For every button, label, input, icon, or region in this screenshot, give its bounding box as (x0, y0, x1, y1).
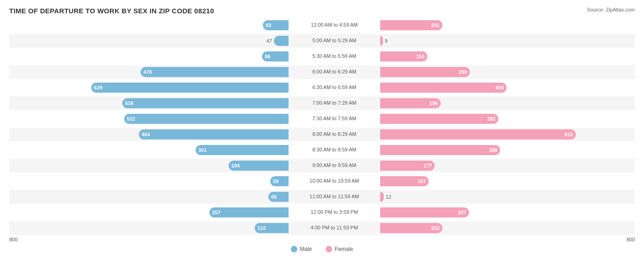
right-section: 382 (380, 112, 635, 126)
male-value: 65 (271, 194, 279, 200)
right-section: 287 (380, 206, 635, 219)
female-bar: 157 (380, 176, 429, 186)
left-section: 194 (9, 159, 289, 173)
left-section: 59 (9, 174, 289, 188)
table-row: 4786:00 AM to 6:29 AM290 (9, 65, 635, 79)
legend-female: Female (326, 246, 353, 252)
time-label: 6:00 AM to 6:29 AM (289, 69, 380, 75)
right-section: 9 (380, 34, 635, 48)
male-bar: 83 (263, 20, 289, 30)
bars-area: 8312:00 AM to 4:59 AM201475:00 AM to 5:2… (9, 18, 635, 242)
female-bar: 153 (380, 51, 427, 61)
time-label: 6:30 AM to 6:59 AM (289, 84, 380, 90)
left-section: 257 (9, 206, 289, 219)
right-section: 12 (380, 190, 635, 204)
female-value: 9 (385, 38, 387, 44)
table-row: 5910:00 AM to 10:59 AM157 (9, 174, 635, 188)
male-bar: 639 (91, 83, 289, 93)
female-value: 196 (427, 100, 438, 106)
right-section: 290 (380, 65, 635, 79)
female-bar: 196 (380, 98, 441, 108)
time-label: 9:00 AM to 9:59 AM (289, 162, 380, 168)
male-bar: 65 (268, 192, 289, 202)
time-label: 7:30 AM to 7:59 AM (289, 116, 380, 122)
female-bar: 202 (380, 223, 442, 233)
male-bar: 532 (124, 114, 289, 124)
time-label: 7:00 AM to 7:29 AM (289, 100, 380, 106)
female-bar: 177 (380, 161, 435, 171)
left-section: 639 (9, 81, 289, 95)
male-value: 257 (212, 210, 223, 215)
female-bar: 632 (380, 129, 576, 139)
left-section: 83 (9, 18, 289, 32)
female-bar (380, 192, 384, 202)
time-label: 4:00 PM to 11:59 PM (289, 225, 380, 231)
male-bar: 484 (139, 129, 289, 139)
time-label: 10:00 AM to 10:59 AM (289, 178, 380, 184)
left-section: 538 (9, 96, 289, 110)
female-value: 201 (429, 22, 440, 28)
left-section: 86 (9, 50, 289, 63)
table-row: 6511:00 AM to 11:59 AM12 (9, 190, 635, 204)
chart-title: TIME OF DEPARTURE TO WORK BY SEX IN ZIP … (9, 7, 635, 15)
female-value: 632 (562, 132, 573, 137)
chart-container: TIME OF DEPARTURE TO WORK BY SEX IN ZIP … (0, 0, 644, 273)
female-bar: 287 (380, 207, 469, 217)
table-row: 4848:00 AM to 8:29 AM632 (9, 128, 635, 141)
male-bar: 59 (270, 176, 289, 186)
time-label: 8:00 AM to 8:29 AM (289, 131, 380, 137)
male-value: 532 (127, 116, 138, 122)
male-bar: 194 (229, 161, 289, 171)
female-bar: 201 (380, 20, 442, 30)
left-section: 110 (9, 221, 289, 235)
female-bar: 409 (380, 83, 507, 93)
time-label: 8:30 AM to 8:59 AM (289, 147, 380, 153)
female-value: 157 (415, 178, 426, 184)
male-bar: 538 (122, 98, 289, 108)
time-label: 11:00 AM to 11:59 AM (289, 194, 380, 200)
female-value: 153 (414, 54, 425, 59)
table-row: 8312:00 AM to 4:59 AM201 (9, 18, 635, 32)
table-row: 1104:00 PM to 11:59 PM202 (9, 221, 635, 235)
table-row: 5387:00 AM to 7:29 AM196 (9, 96, 635, 110)
time-label: 5:00 AM to 5:29 AM (289, 38, 380, 44)
right-section: 202 (380, 221, 635, 235)
female-value: 382 (485, 116, 496, 122)
female-value: 177 (421, 163, 432, 168)
male-bar: 110 (255, 223, 289, 233)
male-value: 110 (257, 225, 268, 231)
female-dot (326, 246, 332, 252)
right-section: 153 (380, 50, 635, 63)
right-section: 157 (380, 174, 635, 188)
male-value: 83 (266, 22, 274, 28)
male-value: 478 (143, 69, 154, 75)
legend-male: Male (291, 246, 312, 252)
left-section: 301 (9, 143, 289, 157)
female-value: 388 (486, 147, 497, 153)
left-section: 47 (9, 34, 289, 48)
female-bar: 388 (380, 145, 500, 155)
time-label: 12:00 AM to 4:59 AM (289, 22, 380, 28)
time-label: 5:30 AM to 5:59 AM (289, 53, 380, 59)
table-row: 3018:30 AM to 8:59 AM388 (9, 143, 635, 157)
legend-male-label: Male (300, 246, 312, 252)
axis-left: 800 (9, 237, 295, 242)
axis-right: 800 (378, 237, 635, 242)
male-bar (274, 36, 289, 46)
female-value: 12 (386, 194, 391, 200)
table-row: 25712:00 PM to 3:59 PM287 (9, 206, 635, 219)
left-section: 532 (9, 112, 289, 126)
table-row: 1949:00 AM to 9:59 AM177 (9, 159, 635, 173)
right-section: 409 (380, 81, 635, 95)
legend-female-label: Female (335, 246, 353, 252)
female-value: 409 (493, 85, 504, 90)
male-bar: 301 (196, 145, 289, 155)
male-value: 301 (198, 147, 209, 153)
male-bar: 86 (262, 51, 289, 61)
male-value: 47 (267, 38, 272, 44)
female-value: 287 (455, 210, 466, 215)
right-section: 632 (380, 128, 635, 141)
source-text: Source: ZipAtlas.com (587, 7, 635, 12)
female-value: 290 (456, 69, 467, 75)
table-row: 5327:30 AM to 7:59 AM382 (9, 112, 635, 126)
